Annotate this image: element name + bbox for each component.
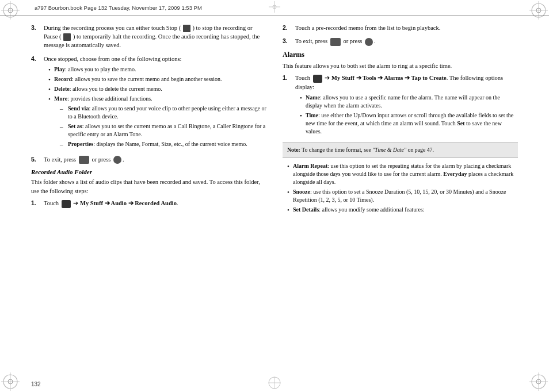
alarms-item1-num: 1. — [283, 74, 295, 138]
dash-sendvia: Send via: allows you to send your voice … — [60, 105, 266, 121]
alarms-menu-icon — [313, 75, 322, 83]
right-item-3: 3. To exit, press or press . — [283, 37, 518, 46]
back-icon — [79, 156, 89, 164]
recorded-folder-heading: Recorded Audio Folder — [31, 168, 266, 175]
item4-content: Once stopped, choose from one of the fol… — [44, 55, 266, 151]
left-item-5: 5. To exit, press or press . — [31, 155, 266, 164]
alarm-bullet-setdetails: Set Details: allows you modify some addi… — [287, 206, 518, 214]
stop-icon — [183, 25, 190, 32]
dash-properties: Properties: displays the Name, Format, S… — [60, 140, 266, 148]
item5-content: To exit, press or press . — [44, 155, 266, 164]
recorded-item1-content: Touch ➔ My Stuff ➔ Audio ➔ Recorded Audi… — [44, 199, 266, 208]
item3-num: 3. — [31, 24, 44, 50]
header-text: a797 Bourbon.book Page 132 Tuesday, Nove… — [35, 5, 202, 11]
page-container: a797 Bourbon.book Page 132 Tuesday, Nove… — [0, 0, 549, 392]
alarms-bullets-2: Alarm Repeat: use this option to set the… — [287, 162, 518, 214]
alarm-bullet-name: Name: allows you to use a specific name … — [300, 94, 518, 110]
recorded-item-1: 1. Touch ➔ My Stuff ➔ Audio ➔ Recorded A… — [31, 199, 266, 208]
bullet-more: More: provides these additional function… — [48, 95, 266, 148]
corner-decoration-bl — [1, 372, 20, 391]
header-bar: a797 Bourbon.book Page 132 Tuesday, Nove… — [0, 0, 549, 16]
note-text: To change the time format, see "Time & D… — [302, 147, 434, 153]
right-item-2: 2. Touch a pre-recorded memo from the li… — [283, 24, 518, 32]
right-item3-content: To exit, press or press . — [295, 37, 518, 46]
content-area: 3. During the recording process you can … — [31, 20, 518, 376]
pause-icon — [63, 33, 71, 41]
dash-setas: Set as: allows you to set the current me… — [60, 122, 266, 139]
page-number: 132 — [31, 381, 41, 387]
item5-num: 5. — [31, 155, 44, 164]
bottom-center-decoration — [268, 376, 281, 391]
bullet-record: Record: allows you to save the current m… — [48, 75, 266, 83]
alarm-bullet-repeat: Alarm Repeat: use this option to set the… — [287, 162, 518, 186]
left-item-3: 3. During the recording process you can … — [31, 24, 266, 50]
recorded-item1-num: 1. — [31, 199, 44, 208]
alarms-bullets-1: Name: allows you to use a specific name … — [300, 94, 518, 136]
right-power-icon — [365, 38, 373, 46]
alarms-item1-content: Touch ➔ My Stuff ➔ Tools ➔ Alarms ➔ Tap … — [295, 74, 518, 138]
power-icon — [113, 156, 121, 164]
bullet-play: Play: allows you to play the memo. — [48, 66, 266, 74]
item3-content: During the recording process you can eit… — [44, 24, 266, 50]
right-item3-num: 3. — [283, 37, 295, 46]
left-item-4: 4. Once stopped, choose from one of the … — [31, 55, 266, 151]
note-box: Note: To change the time format, see "Ti… — [283, 143, 518, 157]
right-item2-num: 2. — [283, 24, 295, 32]
alarms-intro: This feature allows you to both set the … — [283, 62, 518, 70]
alarm-bullet-snooze: Snooze: use this option to set a Snooze … — [287, 188, 518, 204]
left-column: 3. During the recording process you can … — [31, 20, 266, 376]
menu-icon — [62, 200, 71, 208]
corner-decoration-br — [529, 372, 548, 391]
dash-sublist: Send via: allows you to send your voice … — [60, 105, 266, 148]
alarms-heading: Alarms — [283, 51, 518, 59]
right-column: 2. Touch a pre-recorded memo from the li… — [283, 20, 518, 376]
note-label: Note: — [287, 147, 300, 153]
recorded-folder-paragraph: This folder shows a list of audio clips … — [31, 178, 266, 195]
item4-bullets: Play: allows you to play the memo. Recor… — [48, 66, 266, 148]
right-back-icon — [330, 38, 341, 46]
alarms-item-1: 1. Touch ➔ My Stuff ➔ Tools ➔ Alarms ➔ T… — [283, 74, 518, 138]
right-item2-content: Touch a pre-recorded memo from the list … — [295, 24, 518, 32]
bullet-delete: Delete: allows you to delete the current… — [48, 85, 266, 93]
alarm-bullet-time: Time: use either the Up/Down input arrow… — [300, 112, 518, 136]
item4-num: 4. — [31, 55, 44, 151]
